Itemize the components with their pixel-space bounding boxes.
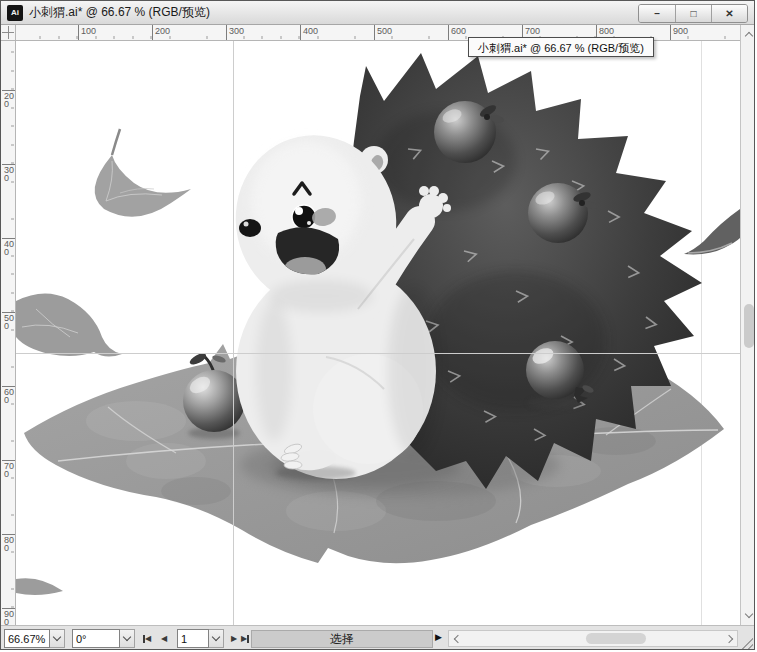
scroll-right-button[interactable]: [722, 631, 737, 646]
minimize-button[interactable]: –: [639, 5, 675, 22]
ruler-tick-label: 200: [2, 90, 15, 108]
scroll-left-button[interactable]: [449, 631, 464, 646]
ruler-tick-label: 900: [2, 608, 15, 625]
ruler-origin-box[interactable]: [1, 25, 16, 41]
status-bar: ◀ ◀ ▶ ▶ 选择 ▶: [1, 625, 754, 650]
next-artboard-button[interactable]: ▶: [231, 631, 237, 646]
ruler-tick-label: 900: [670, 25, 688, 41]
leaf-stem-tip: [16, 578, 63, 595]
maximize-icon: □: [690, 9, 696, 19]
zoom-level-input[interactable]: [4, 629, 50, 648]
right-edge-leaf[interactable]: [684, 209, 740, 254]
horizontal-guide[interactable]: [16, 353, 740, 354]
ruler-tick-label: 600: [448, 25, 466, 41]
nose: [239, 219, 261, 237]
ruler-tick-label: 600: [2, 386, 15, 404]
ruler-tick-label: 300: [226, 25, 244, 41]
arrow-right-icon: ▶: [231, 635, 237, 643]
window-controls: – □ ✕: [638, 4, 748, 23]
close-button[interactable]: ✕: [711, 5, 747, 22]
tool-status-display: 选择: [251, 630, 433, 648]
chevron-down-icon: [123, 633, 131, 641]
previous-artboard-button[interactable]: ◀: [161, 631, 167, 646]
artboard-number-input[interactable]: [177, 629, 209, 648]
artboard-canvas[interactable]: [16, 41, 740, 625]
maximize-button[interactable]: □: [675, 5, 711, 22]
last-artboard-button[interactable]: ▶: [241, 631, 249, 646]
document-title: 小刺猬.ai* @ 66.67 % (RGB/预览): [29, 1, 210, 24]
horizontal-scrollbar[interactable]: [448, 630, 738, 647]
ruler-tick-label: 400: [2, 238, 15, 256]
chevron-down-icon: [53, 633, 61, 641]
chevron-right-icon: [724, 634, 732, 642]
vertical-scrollbar[interactable]: [740, 25, 755, 625]
rotation-input[interactable]: [72, 629, 120, 648]
chevron-up-icon: [744, 32, 752, 40]
artboard-dropdown-button[interactable]: [209, 629, 224, 648]
ruler-tick-label: 200: [152, 25, 170, 41]
bar-icon: [247, 635, 249, 643]
ruler-tick-label: 700: [2, 460, 15, 478]
first-artboard-button[interactable]: ◀: [143, 631, 151, 646]
arrow-left-icon: ◀: [145, 635, 151, 643]
left-edge-leaf[interactable]: [16, 293, 122, 356]
titlebar: Ai 小刺猬.ai* @ 66.67 % (RGB/预览) – □ ✕: [1, 1, 754, 25]
ruler-tick-label: 800: [2, 534, 15, 552]
zoom-dropdown-button[interactable]: [50, 629, 65, 648]
window-resize-grip[interactable]: [739, 635, 753, 649]
horizontal-scrollbar-thumb[interactable]: [586, 633, 646, 644]
rotation-dropdown-button[interactable]: [120, 629, 135, 648]
ruler-tick-label: 400: [300, 25, 318, 41]
vertical-scrollbar-thumb[interactable]: [744, 304, 754, 348]
scroll-up-button[interactable]: [741, 27, 755, 42]
ruler-tick-label: 300: [2, 164, 15, 182]
vertical-guide[interactable]: [233, 41, 234, 625]
minimize-icon: –: [654, 9, 660, 19]
tool-status-label: 选择: [330, 632, 354, 646]
chevron-down-icon: [212, 633, 220, 641]
ruler-tick-label: 500: [374, 25, 392, 41]
illustrator-document-window: Ai 小刺猬.ai* @ 66.67 % (RGB/预览) – □ ✕ 100 …: [0, 0, 755, 650]
vertical-ruler[interactable]: 200 300 400 500 600 700 800 900: [1, 41, 16, 625]
ruler-tick-label: 100: [78, 25, 96, 41]
ai-file-icon: Ai: [7, 5, 23, 21]
falling-leaf[interactable]: [95, 129, 191, 217]
chevron-down-icon: [744, 610, 752, 618]
ruler-tick-label: 500: [2, 312, 15, 330]
document-tooltip: 小刺猬.ai* @ 66.67 % (RGB/预览): [468, 37, 654, 57]
status-menu-button[interactable]: ▶: [435, 633, 442, 642]
hedgehog-artwork[interactable]: [16, 41, 740, 625]
close-icon: ✕: [725, 9, 733, 19]
arrow-left-icon: ◀: [161, 635, 167, 643]
chevron-left-icon: [453, 634, 461, 642]
scroll-down-button[interactable]: [741, 608, 755, 623]
